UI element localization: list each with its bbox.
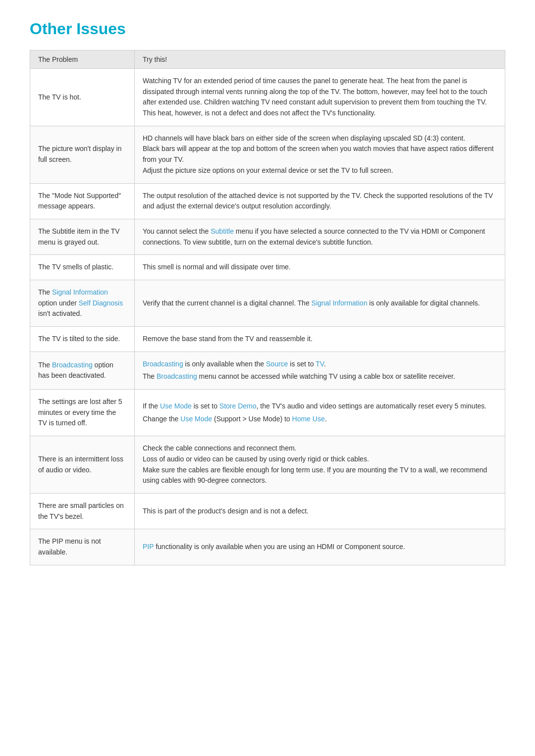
solution-cell: PIP functionality is only available when… [134,529,505,565]
problem-cell: The picture won't display in full screen… [30,126,135,183]
problem-cell: The Signal Information option under Self… [30,280,135,326]
table-row: The TV is hot.Watching TV for an extende… [30,69,505,126]
solution-cell: HD channels will have black bars on eith… [134,126,505,183]
solution-cell: Check the cable connections and reconnec… [134,436,505,494]
table-row: The PIP menu is not available.PIP functi… [30,529,505,565]
table-row: The "Mode Not Supported" message appears… [30,183,505,219]
problem-cell: There is an intermittent loss of audio o… [30,436,135,494]
table-row: The Signal Information option under Self… [30,280,505,326]
col-solution-header: Try this! [134,50,505,69]
issues-table: The Problem Try this! The TV is hot.Watc… [30,50,505,565]
problem-cell: The settings are lost after 5 minutes or… [30,390,135,436]
table-row: The picture won't display in full screen… [30,126,505,183]
table-row: The Subtitle item in the TV menu is gray… [30,219,505,254]
table-row: The Broadcasting option has been deactiv… [30,352,505,389]
solution-cell: This is part of the product's design and… [134,493,505,529]
solution-cell: The output resolution of the attached de… [134,183,505,219]
problem-cell: The Broadcasting option has been deactiv… [30,352,135,389]
solution-cell: This smell is normal and will dissipate … [134,255,505,280]
problem-cell: There are small particles on the TV's be… [30,493,135,529]
solution-cell: You cannot select the Subtitle menu if y… [134,219,505,254]
table-row: The settings are lost after 5 minutes or… [30,390,505,436]
problem-cell: The TV is tilted to the side. [30,327,135,352]
solution-cell: If the Use Mode is set to Store Demo, th… [134,390,505,436]
table-row: The TV smells of plastic.This smell is n… [30,255,505,280]
problem-cell: The TV smells of plastic. [30,255,135,280]
solution-cell: Remove the base stand from the TV and re… [134,327,505,352]
solution-cell: Verify that the current channel is a dig… [134,280,505,326]
table-row: There is an intermittent loss of audio o… [30,436,505,494]
col-problem-header: The Problem [30,50,135,69]
problem-cell: The TV is hot. [30,69,135,126]
solution-cell: Watching TV for an extended period of ti… [134,69,505,126]
table-row: The TV is tilted to the side.Remove the … [30,327,505,352]
problem-cell: The PIP menu is not available. [30,529,135,565]
page-title: Other Issues [30,20,505,38]
table-row: There are small particles on the TV's be… [30,493,505,529]
problem-cell: The "Mode Not Supported" message appears… [30,183,135,219]
solution-cell: Broadcasting is only available when the … [134,352,505,389]
problem-cell: The Subtitle item in the TV menu is gray… [30,219,135,254]
